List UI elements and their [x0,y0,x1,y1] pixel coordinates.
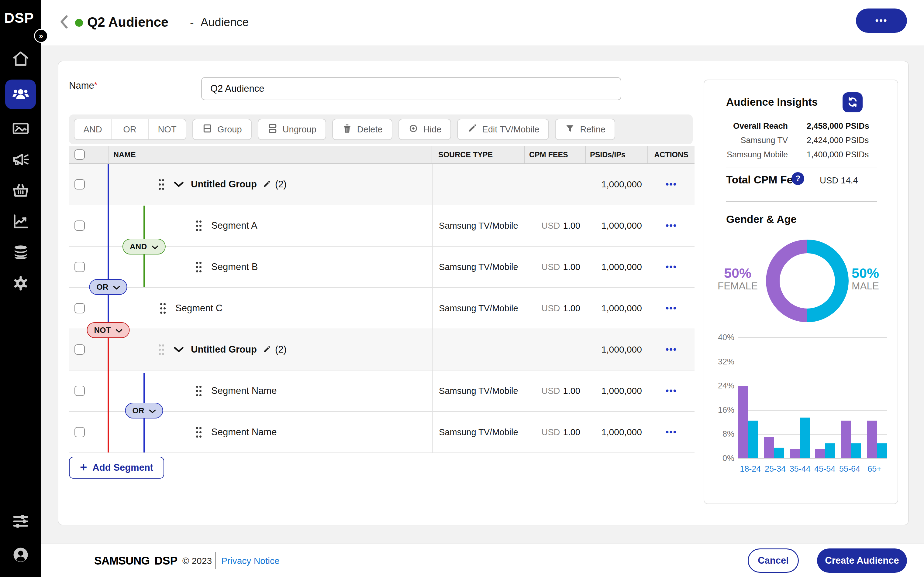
source-type: Samsung TV/Mobile [432,247,525,287]
column-header-source: SOURCE TYPE [432,146,525,163]
male-share-label: 50%MALE [843,266,888,292]
drag-handle[interactable] [196,261,201,273]
fee-value: 1.00 [563,303,580,313]
row-checkbox[interactable] [74,344,85,355]
drag-handle[interactable] [159,179,163,190]
psids-value: 1,000,000 [586,164,648,205]
pencil-icon [467,123,477,136]
psids-value: 1,000,000 [586,329,648,370]
divider [726,201,877,202]
sidebar-item-home[interactable] [0,48,41,71]
drag-handle[interactable] [196,385,201,396]
delete-button[interactable]: Delete [332,119,393,140]
edit-group-name-icon[interactable] [262,345,271,354]
sidebar-item-settings[interactable] [0,273,41,295]
fee-currency: USD [541,221,560,231]
sidebar-item-preferences[interactable] [0,511,41,532]
total-cpm-label: Total CPM Fee [726,174,799,186]
row-checkbox[interactable] [74,303,85,313]
edit-group-name-icon[interactable] [262,180,271,189]
chevron-down-icon [115,326,122,335]
sidebar-item-account[interactable] [0,545,41,566]
column-header-name: NAME [108,146,432,163]
cancel-button[interactable]: Cancel [748,548,799,573]
row-actions-button[interactable]: ••• [666,386,677,396]
chart-icon [12,213,29,231]
psids-value: 1,000,000 [586,371,648,411]
group-count: (2) [275,179,287,190]
segments-table: NAME SOURCE TYPE CPM FEES PSIDs/IPs ACTI… [69,146,695,453]
row-actions-button[interactable]: ••• [666,303,677,313]
sidebar-item-campaigns[interactable] [0,149,41,171]
or-operator-button[interactable]: OR [111,119,149,139]
drag-handle[interactable] [160,303,165,314]
or-operator-chip-2[interactable]: OR [125,403,163,419]
image-icon [12,120,29,139]
segment-name: Segment A [211,220,257,231]
back-icon[interactable] [60,15,68,30]
drag-handle[interactable] [196,426,201,438]
row-checkbox[interactable] [74,386,85,396]
refresh-insights-button[interactable] [843,92,863,112]
database-icon [12,243,29,263]
x-axis-labels: 18-2425-34 35-4445-54 55-6465+ [738,464,887,474]
sidebar-expand-button[interactable]: » [34,29,48,43]
create-audience-button[interactable]: Create Audience [817,548,907,573]
title-separator: - [190,16,194,29]
group-button[interactable]: Group [192,119,252,140]
fee-currency: USD [541,262,560,272]
row-actions-button[interactable]: ••• [666,221,677,231]
sidebar-item-marketplace[interactable] [0,180,41,202]
audience-builder-card: Name* AND OR NOT Group Ungroup Delete Hi… [58,61,909,525]
fee-currency: USD [541,386,560,396]
row-actions-button[interactable]: ••• [666,427,677,437]
row-checkbox[interactable] [74,221,85,231]
required-asterisk: * [94,80,97,89]
and-operator-button[interactable]: AND [74,119,111,139]
drag-handle[interactable] [159,344,163,355]
ungroup-button[interactable]: Ungroup [258,119,326,140]
row-actions-button[interactable]: ••• [666,344,677,355]
megaphone-icon [12,151,29,169]
tree-line-root-red [108,330,109,453]
row-actions-button[interactable]: ••• [666,179,677,190]
divider [726,168,877,168]
footer-separator [215,552,216,569]
table-row-segment-name-2: Segment Name Samsung TV/Mobile USD1.00 1… [69,412,695,453]
not-operator-chip[interactable]: NOT [87,322,130,338]
add-segment-button[interactable]: + Add Segment [69,457,164,479]
table-header-row: NAME SOURCE TYPE CPM FEES PSIDs/IPs ACTI… [69,146,695,164]
sliders-icon [12,512,29,531]
copyright-text: © 2023 [183,556,212,566]
sidebar-item-data[interactable] [0,242,41,264]
collapse-group-chevron[interactable] [174,182,184,187]
sidebar-item-reports[interactable] [0,211,41,233]
row-checkbox[interactable] [74,262,85,272]
row-actions-button[interactable]: ••• [666,262,677,272]
edit-tv-mobile-button[interactable]: Edit TV/Mobile [457,119,549,140]
and-operator-chip[interactable]: AND [123,239,166,255]
refine-button[interactable]: Refine [555,119,615,140]
row-checkbox[interactable] [74,179,85,190]
row-checkbox[interactable] [74,427,85,437]
not-operator-button[interactable]: NOT [149,119,186,139]
drag-handle[interactable] [196,220,201,231]
segment-name: Segment B [211,261,258,272]
table-row-group-1: Untitled Group (2) 1,000,000 ••• [69,164,695,205]
or-operator-chip[interactable]: OR [89,279,128,295]
segment-name: Segment Name [211,385,276,396]
sidebar-item-audiences[interactable] [5,79,36,109]
help-icon[interactable]: ? [792,172,804,185]
privacy-notice-link[interactable]: Privacy Notice [221,556,279,566]
hide-button[interactable]: Hide [399,119,451,140]
select-all-checkbox[interactable] [74,150,85,160]
y-tick: 24% [708,381,734,390]
table-row-segment-c: Segment C Samsung TV/Mobile USD1.00 1,00… [69,288,695,329]
segment-name: Segment Name [211,427,276,438]
reach-row-tv: Samsung TV2,424,000 PSIDs [704,133,898,148]
header-menu-button[interactable]: ••• [856,8,907,33]
audience-name-input[interactable] [201,77,621,100]
collapse-group-chevron[interactable] [174,347,184,352]
status-dot [75,19,83,27]
sidebar-item-creatives[interactable] [0,118,41,140]
